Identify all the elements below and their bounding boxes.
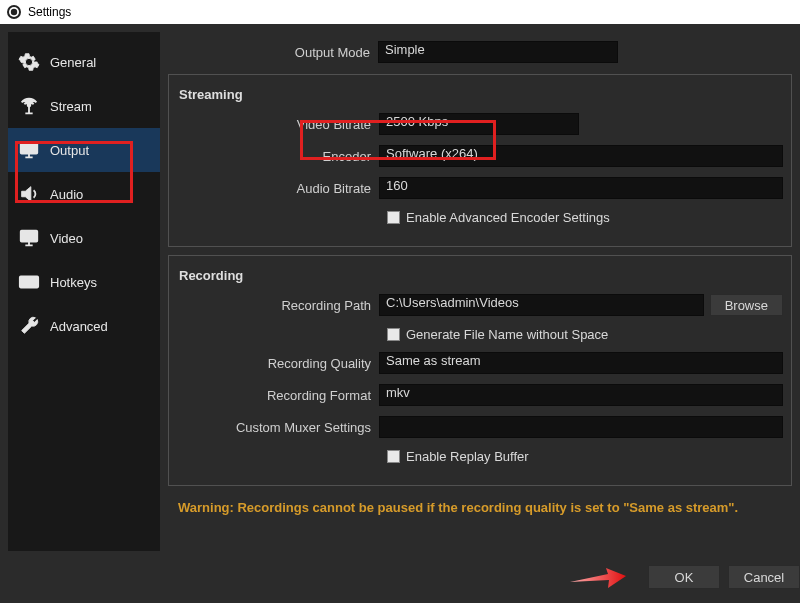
recording-path-label: Recording Path: [169, 298, 379, 313]
gear-icon: [18, 51, 40, 73]
content-area: Output Mode Simple Streaming Video Bitra…: [168, 32, 792, 551]
encoder-label: Encoder: [169, 149, 379, 164]
audio-bitrate-select[interactable]: 160: [379, 177, 783, 199]
obs-app-icon: [6, 4, 22, 20]
sidebar-item-advanced[interactable]: Advanced: [8, 304, 160, 348]
advanced-encoder-label: Enable Advanced Encoder Settings: [406, 210, 610, 225]
replay-buffer-checkbox[interactable]: [387, 450, 400, 463]
svg-point-2: [11, 9, 17, 15]
streaming-title: Streaming: [169, 81, 783, 110]
window-title: Settings: [28, 5, 71, 19]
recording-quality-label: Recording Quality: [169, 356, 379, 371]
main-area: General Stream Output Audio Video: [0, 24, 800, 559]
generate-filename-checkbox[interactable]: [387, 328, 400, 341]
sidebar-item-label: Stream: [50, 99, 92, 114]
sidebar-item-label: Video: [50, 231, 83, 246]
recording-format-label: Recording Format: [169, 388, 379, 403]
sidebar: General Stream Output Audio Video: [8, 32, 160, 551]
advanced-encoder-checkbox[interactable]: [387, 211, 400, 224]
video-bitrate-input[interactable]: 2500 Kbps: [379, 113, 579, 135]
recording-panel: Recording Recording Path C:\Users\admin\…: [168, 255, 792, 486]
encoder-select[interactable]: Software (x264): [379, 145, 783, 167]
replay-buffer-label: Enable Replay Buffer: [406, 449, 529, 464]
monitor-icon: [18, 227, 40, 249]
muxer-input[interactable]: [379, 416, 783, 438]
recording-format-select[interactable]: mkv: [379, 384, 783, 406]
monitor-arrow-icon: [18, 139, 40, 161]
muxer-label: Custom Muxer Settings: [169, 420, 379, 435]
cancel-button[interactable]: Cancel: [728, 565, 800, 589]
generate-filename-label: Generate File Name without Space: [406, 327, 608, 342]
sidebar-item-general[interactable]: General: [8, 40, 160, 84]
ok-button[interactable]: OK: [648, 565, 720, 589]
titlebar: Settings: [0, 0, 800, 24]
sidebar-item-label: Advanced: [50, 319, 108, 334]
speaker-icon: [18, 183, 40, 205]
output-mode-label: Output Mode: [168, 45, 378, 60]
sidebar-item-output[interactable]: Output: [8, 128, 160, 172]
recording-path-input[interactable]: C:\Users\admin\Videos: [379, 294, 704, 316]
sidebar-item-audio[interactable]: Audio: [8, 172, 160, 216]
recording-quality-select[interactable]: Same as stream: [379, 352, 783, 374]
video-bitrate-label: Video Bitrate: [169, 117, 379, 132]
output-mode-select[interactable]: Simple: [378, 41, 618, 63]
streaming-panel: Streaming Video Bitrate 2500 Kbps Encode…: [168, 74, 792, 247]
keyboard-icon: [18, 271, 40, 293]
audio-bitrate-label: Audio Bitrate: [169, 181, 379, 196]
sidebar-item-video[interactable]: Video: [8, 216, 160, 260]
antenna-icon: [18, 95, 40, 117]
sidebar-item-label: Hotkeys: [50, 275, 97, 290]
sidebar-item-hotkeys[interactable]: Hotkeys: [8, 260, 160, 304]
warning-text: Warning: Recordings cannot be paused if …: [178, 500, 792, 515]
recording-title: Recording: [169, 262, 783, 291]
sidebar-item-label: Output: [50, 143, 89, 158]
sidebar-item-label: Audio: [50, 187, 83, 202]
footer: OK Cancel: [0, 559, 800, 595]
svg-rect-5: [21, 231, 38, 242]
sidebar-item-stream[interactable]: Stream: [8, 84, 160, 128]
browse-button[interactable]: Browse: [710, 294, 783, 316]
sidebar-item-label: General: [50, 55, 96, 70]
tools-icon: [18, 315, 40, 337]
